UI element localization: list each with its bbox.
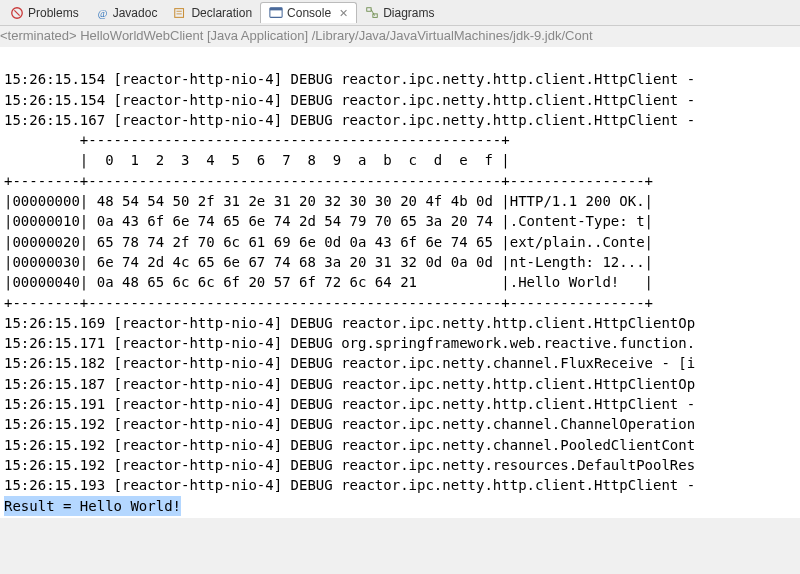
console-log-line: |00000010| 0a 43 6f 6e 74 65 6e 74 2d 54…: [4, 211, 796, 231]
console-log-line: 15:26:15.167 [reactor-http-nio-4] DEBUG …: [4, 110, 796, 130]
console-log-line: |00000030| 6e 74 2d 4c 65 6e 67 74 68 3a…: [4, 252, 796, 272]
close-icon[interactable]: ✕: [339, 7, 348, 20]
view-tab-bar: Problems @ Javadoc Declaration Console ✕…: [0, 0, 800, 26]
svg-rect-8: [367, 7, 371, 11]
console-log-line: 15:26:15.182 [reactor-http-nio-4] DEBUG …: [4, 353, 796, 373]
console-log-line: +--------+------------------------------…: [4, 171, 796, 191]
problems-icon: [10, 6, 24, 20]
console-log-line: 15:26:15.192 [reactor-http-nio-4] DEBUG …: [4, 435, 796, 455]
console-log-line: 15:26:15.192 [reactor-http-nio-4] DEBUG …: [4, 455, 796, 475]
console-log-line: |00000000| 48 54 54 50 2f 31 2e 31 20 32…: [4, 191, 796, 211]
console-log-line: | 0 1 2 3 4 5 6 7 8 9 a b c d e f |: [4, 150, 796, 170]
tab-diagrams[interactable]: Diagrams: [357, 3, 442, 23]
console-log-line: 15:26:15.187 [reactor-http-nio-4] DEBUG …: [4, 374, 796, 394]
console-output[interactable]: 15:26:15.154 [reactor-http-nio-4] DEBUG …: [0, 47, 800, 518]
console-log-line: +---------------------------------------…: [4, 130, 796, 150]
console-icon: [269, 6, 283, 20]
diagrams-icon: [365, 6, 379, 20]
console-log-line: 15:26:15.169 [reactor-http-nio-4] DEBUG …: [4, 313, 796, 333]
console-log-line: 15:26:15.192 [reactor-http-nio-4] DEBUG …: [4, 414, 796, 434]
tab-declaration[interactable]: Declaration: [165, 3, 260, 23]
javadoc-icon: @: [95, 6, 109, 20]
tab-label: Console: [287, 6, 331, 20]
tab-label: Diagrams: [383, 6, 434, 20]
process-status-line: <terminated> HelloWorldWebClient [Java A…: [0, 26, 800, 47]
svg-rect-3: [175, 8, 184, 17]
console-log-line: 15:26:15.154 [reactor-http-nio-4] DEBUG …: [4, 90, 796, 110]
result-line: Result = Hello World!: [4, 496, 181, 516]
svg-text:@: @: [97, 7, 107, 18]
tab-label: Problems: [28, 6, 79, 20]
svg-rect-7: [270, 8, 282, 11]
console-log-line: 15:26:15.154 [reactor-http-nio-4] DEBUG …: [4, 69, 796, 89]
declaration-icon: [173, 6, 187, 20]
console-log-line: |00000020| 65 78 74 2f 70 6c 61 69 6e 0d…: [4, 232, 796, 252]
tab-console[interactable]: Console ✕: [260, 2, 357, 23]
console-log-line: 15:26:15.171 [reactor-http-nio-4] DEBUG …: [4, 333, 796, 353]
console-log-line: |00000040| 0a 48 65 6c 6c 6f 20 57 6f 72…: [4, 272, 796, 292]
tab-label: Declaration: [191, 6, 252, 20]
tab-javadoc[interactable]: @ Javadoc: [87, 3, 166, 23]
console-log-line: 15:26:15.191 [reactor-http-nio-4] DEBUG …: [4, 394, 796, 414]
tab-problems[interactable]: Problems: [2, 3, 87, 23]
console-log-line: 15:26:15.193 [reactor-http-nio-4] DEBUG …: [4, 475, 796, 495]
svg-line-1: [14, 10, 19, 15]
console-log-line: +--------+------------------------------…: [4, 293, 796, 313]
tab-label: Javadoc: [113, 6, 158, 20]
